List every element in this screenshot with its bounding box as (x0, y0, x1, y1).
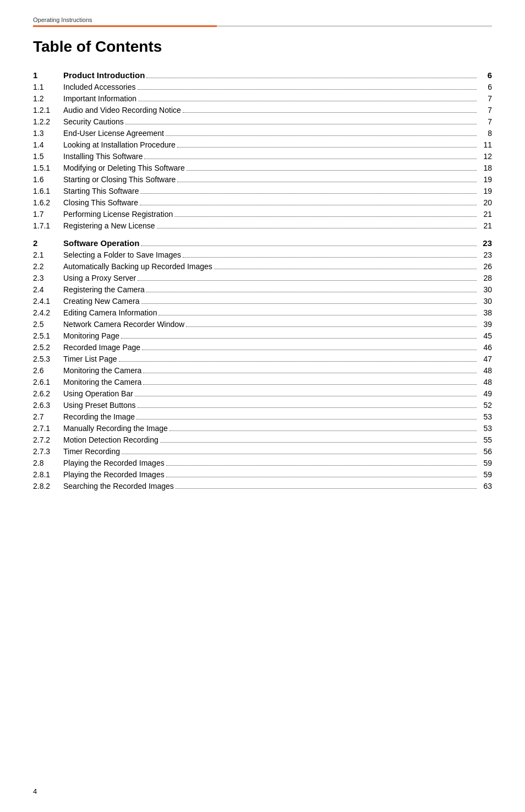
toc-title: Software Operation (63, 238, 139, 248)
toc-dots (176, 488, 477, 489)
toc-num: 1.6.2 (33, 198, 63, 207)
toc-dots (183, 112, 477, 113)
toc-entry: 2.7.2Motion Detection Recording55 (33, 434, 492, 445)
toc-num: 2.5.1 (33, 331, 63, 340)
toc-title: Playing the Recorded Images (63, 459, 165, 467)
toc-num: 1.7.1 (33, 221, 63, 230)
toc-page: 7 (478, 106, 492, 115)
toc-title: Motion Detection Recording (63, 435, 158, 444)
toc-num: 2.7 (33, 412, 63, 421)
toc-dots (143, 384, 477, 385)
toc-title: Network Camera Recorder Window (63, 320, 184, 329)
toc-num: 2.6.3 (33, 401, 63, 410)
toc-dots (166, 477, 477, 477)
toc-entry: 1.6.2Closing This Software20 (33, 197, 492, 208)
toc-num: 1.4 (33, 140, 63, 149)
toc-page: 20 (478, 198, 492, 207)
toc-dots (166, 135, 477, 136)
toc-page: 55 (478, 435, 492, 444)
toc-dots (136, 419, 477, 419)
toc-page: 45 (478, 331, 492, 340)
toc-title: Performing License Registration (63, 210, 173, 219)
toc-page: 30 (478, 297, 492, 306)
toc-num: 1.6.1 (33, 187, 63, 195)
toc-num: 2.4 (33, 285, 63, 294)
toc-page: 59 (478, 459, 492, 467)
toc-dots (214, 269, 477, 269)
toc-dots (138, 280, 477, 281)
toc-num: 2.8.2 (33, 482, 63, 491)
toc-dots (166, 465, 477, 466)
toc-title: Starting or Closing This Software (63, 175, 176, 184)
toc-entry: 2.6.1Monitoring the Camera48 (33, 376, 492, 388)
toc-entry: 2.1Selecting a Folder to Save Images23 (33, 249, 492, 260)
toc-page: 39 (478, 320, 492, 329)
toc-num: 2.1 (33, 250, 63, 259)
toc-title: Modifying or Deleting This Software (63, 164, 185, 172)
toc-entry: 1.2.2Security Cautions7 (33, 116, 492, 127)
toc-page: 26 (478, 262, 492, 271)
toc-dots (158, 315, 477, 315)
toc-num: 1.1 (33, 83, 63, 91)
toc-page: 63 (478, 482, 492, 491)
toc-entry: 1.6Starting or Closing This Software19 (33, 173, 492, 185)
toc-dots (141, 246, 477, 246)
toc-page: 6 (478, 70, 492, 80)
toc-dots (140, 205, 477, 205)
toc-entry: 2.3Using a Proxy Server28 (33, 272, 492, 284)
toc-num: 2.7.3 (33, 447, 63, 456)
toc-page: 8 (478, 129, 492, 138)
page-number: 4 (33, 787, 37, 795)
toc-dots (138, 89, 477, 90)
toc-num: 2.4.2 (33, 308, 63, 317)
toc-title: Creating New Camera (63, 297, 140, 306)
toc-title: Automatically Backing up Recorded Images (63, 262, 212, 271)
toc-num: 2.6.2 (33, 389, 63, 398)
toc-title: Manually Recording the Image (63, 424, 168, 433)
toc-page: 23 (478, 238, 492, 248)
toc-entry: 1.6.1Starting This Software19 (33, 185, 492, 197)
toc-entry: 1.7.1Registering a New License21 (33, 220, 492, 231)
toc-num: 1.2.2 (33, 117, 63, 126)
toc-entry: 2.5.1Monitoring Page45 (33, 330, 492, 341)
toc-title: Security Cautions (63, 117, 124, 126)
toc-entry: 1.2Important Information7 (33, 92, 492, 104)
toc-title: Product Introduction (63, 70, 145, 80)
toc-page: 52 (478, 401, 492, 410)
toc-title: Closing This Software (63, 198, 138, 207)
toc-entry: 1.1Included Accessories6 (33, 81, 492, 92)
toc-page: 23 (478, 250, 492, 259)
toc-num: 2 (33, 238, 63, 248)
toc-entry: 2.5Network Camera Recorder Window39 (33, 318, 492, 330)
toc-entry: 1.7Performing License Registration21 (33, 208, 492, 220)
toc-num: 2.7.1 (33, 424, 63, 433)
toc-title: Recording the Image (63, 412, 135, 421)
toc-entry: 2.5.2Recorded Image Page46 (33, 341, 492, 353)
toc-page: 48 (478, 366, 492, 375)
toc-title: Important Information (63, 94, 136, 103)
toc-num: 1.5 (33, 152, 63, 161)
toc-num: 2.2 (33, 262, 63, 271)
toc-entry: 2.2Automatically Backing up Recorded Ima… (33, 260, 492, 272)
toc-page: 19 (478, 187, 492, 195)
toc-dots (174, 216, 477, 217)
toc-page: 53 (478, 412, 492, 421)
toc-page: 21 (478, 210, 492, 219)
toc-entry: 1.5Installing This Software12 (33, 150, 492, 162)
toc-entry: 2.4.2Editing Camera Information38 (33, 307, 492, 318)
toc-page: 38 (478, 308, 492, 317)
toc-page: 7 (478, 94, 492, 103)
orange-bar (33, 25, 492, 27)
toc-entry: 1.2.1Audio and Video Recording Notice7 (33, 104, 492, 116)
toc-num: 2.5.3 (33, 355, 63, 363)
toc-dots (135, 396, 477, 396)
toc-dots (125, 124, 477, 124)
toc-num: 1 (33, 70, 63, 80)
toc-page: 59 (478, 470, 492, 479)
toc-entry: 2.8.2Searching the Recorded Images63 (33, 480, 492, 492)
toc-title: Searching the Recorded Images (63, 482, 174, 491)
toc-page: 47 (478, 355, 492, 363)
toc-page: 11 (478, 140, 492, 149)
toc-num: 2.8 (33, 459, 63, 467)
toc-page: 6 (478, 83, 492, 91)
